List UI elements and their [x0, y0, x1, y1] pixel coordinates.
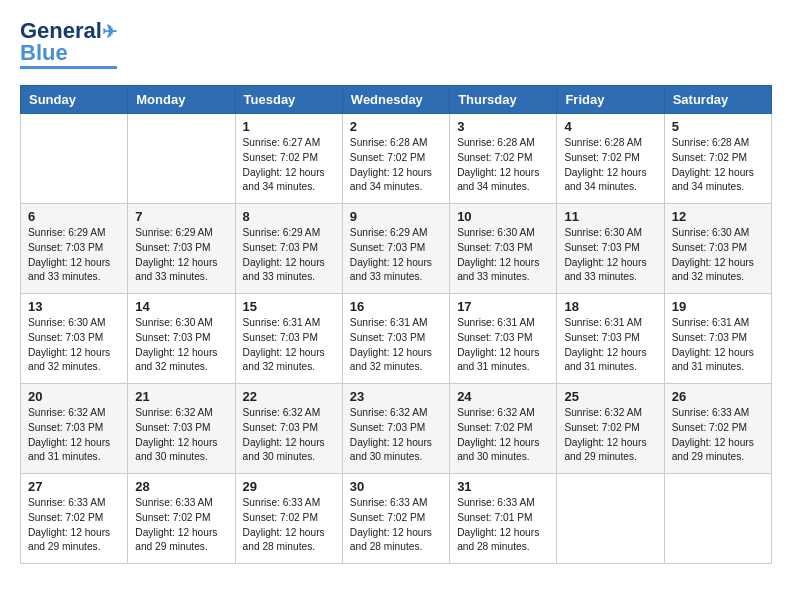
day-number: 25: [564, 389, 656, 404]
day-cell: 14Sunrise: 6:30 AM Sunset: 7:03 PM Dayli…: [128, 294, 235, 384]
day-number: 17: [457, 299, 549, 314]
day-info: Sunrise: 6:33 AM Sunset: 7:02 PM Dayligh…: [28, 496, 120, 555]
day-number: 13: [28, 299, 120, 314]
day-cell: 4Sunrise: 6:28 AM Sunset: 7:02 PM Daylig…: [557, 114, 664, 204]
day-info: Sunrise: 6:30 AM Sunset: 7:03 PM Dayligh…: [564, 226, 656, 285]
day-info: Sunrise: 6:29 AM Sunset: 7:03 PM Dayligh…: [28, 226, 120, 285]
day-cell: 8Sunrise: 6:29 AM Sunset: 7:03 PM Daylig…: [235, 204, 342, 294]
day-info: Sunrise: 6:32 AM Sunset: 7:03 PM Dayligh…: [350, 406, 442, 465]
weekday-thursday: Thursday: [450, 86, 557, 114]
week-row-4: 20Sunrise: 6:32 AM Sunset: 7:03 PM Dayli…: [21, 384, 772, 474]
day-number: 19: [672, 299, 764, 314]
day-info: Sunrise: 6:32 AM Sunset: 7:03 PM Dayligh…: [243, 406, 335, 465]
logo-underline: [20, 66, 117, 69]
day-number: 12: [672, 209, 764, 224]
day-info: Sunrise: 6:29 AM Sunset: 7:03 PM Dayligh…: [135, 226, 227, 285]
day-cell: 12Sunrise: 6:30 AM Sunset: 7:03 PM Dayli…: [664, 204, 771, 294]
day-info: Sunrise: 6:31 AM Sunset: 7:03 PM Dayligh…: [243, 316, 335, 375]
day-info: Sunrise: 6:31 AM Sunset: 7:03 PM Dayligh…: [350, 316, 442, 375]
day-info: Sunrise: 6:31 AM Sunset: 7:03 PM Dayligh…: [564, 316, 656, 375]
day-cell: 18Sunrise: 6:31 AM Sunset: 7:03 PM Dayli…: [557, 294, 664, 384]
day-number: 29: [243, 479, 335, 494]
page-header: General✈Blue: [20, 20, 772, 69]
day-info: Sunrise: 6:28 AM Sunset: 7:02 PM Dayligh…: [457, 136, 549, 195]
day-cell: 3Sunrise: 6:28 AM Sunset: 7:02 PM Daylig…: [450, 114, 557, 204]
weekday-header-row: SundayMondayTuesdayWednesdayThursdayFrid…: [21, 86, 772, 114]
day-info: Sunrise: 6:33 AM Sunset: 7:02 PM Dayligh…: [672, 406, 764, 465]
logo-text: General✈Blue: [20, 20, 117, 64]
day-info: Sunrise: 6:31 AM Sunset: 7:03 PM Dayligh…: [672, 316, 764, 375]
day-cell: [557, 474, 664, 564]
day-cell: 9Sunrise: 6:29 AM Sunset: 7:03 PM Daylig…: [342, 204, 449, 294]
day-cell: 22Sunrise: 6:32 AM Sunset: 7:03 PM Dayli…: [235, 384, 342, 474]
weekday-sunday: Sunday: [21, 86, 128, 114]
day-number: 21: [135, 389, 227, 404]
day-info: Sunrise: 6:32 AM Sunset: 7:03 PM Dayligh…: [28, 406, 120, 465]
day-cell: 28Sunrise: 6:33 AM Sunset: 7:02 PM Dayli…: [128, 474, 235, 564]
day-number: 11: [564, 209, 656, 224]
day-number: 31: [457, 479, 549, 494]
calendar-body: 1Sunrise: 6:27 AM Sunset: 7:02 PM Daylig…: [21, 114, 772, 564]
logo-blue: Blue: [20, 40, 68, 65]
day-cell: 23Sunrise: 6:32 AM Sunset: 7:03 PM Dayli…: [342, 384, 449, 474]
week-row-2: 6Sunrise: 6:29 AM Sunset: 7:03 PM Daylig…: [21, 204, 772, 294]
day-number: 2: [350, 119, 442, 134]
day-info: Sunrise: 6:27 AM Sunset: 7:02 PM Dayligh…: [243, 136, 335, 195]
day-cell: 13Sunrise: 6:30 AM Sunset: 7:03 PM Dayli…: [21, 294, 128, 384]
day-number: 24: [457, 389, 549, 404]
day-number: 30: [350, 479, 442, 494]
day-info: Sunrise: 6:29 AM Sunset: 7:03 PM Dayligh…: [350, 226, 442, 285]
day-number: 1: [243, 119, 335, 134]
day-cell: 20Sunrise: 6:32 AM Sunset: 7:03 PM Dayli…: [21, 384, 128, 474]
day-info: Sunrise: 6:32 AM Sunset: 7:02 PM Dayligh…: [457, 406, 549, 465]
day-number: 26: [672, 389, 764, 404]
calendar-header: SundayMondayTuesdayWednesdayThursdayFrid…: [21, 86, 772, 114]
day-info: Sunrise: 6:28 AM Sunset: 7:02 PM Dayligh…: [672, 136, 764, 195]
day-info: Sunrise: 6:28 AM Sunset: 7:02 PM Dayligh…: [350, 136, 442, 195]
day-cell: 26Sunrise: 6:33 AM Sunset: 7:02 PM Dayli…: [664, 384, 771, 474]
day-info: Sunrise: 6:33 AM Sunset: 7:02 PM Dayligh…: [350, 496, 442, 555]
weekday-friday: Friday: [557, 86, 664, 114]
day-cell: 21Sunrise: 6:32 AM Sunset: 7:03 PM Dayli…: [128, 384, 235, 474]
weekday-tuesday: Tuesday: [235, 86, 342, 114]
weekday-monday: Monday: [128, 86, 235, 114]
day-cell: 24Sunrise: 6:32 AM Sunset: 7:02 PM Dayli…: [450, 384, 557, 474]
day-number: 10: [457, 209, 549, 224]
day-cell: 31Sunrise: 6:33 AM Sunset: 7:01 PM Dayli…: [450, 474, 557, 564]
day-info: Sunrise: 6:33 AM Sunset: 7:02 PM Dayligh…: [135, 496, 227, 555]
day-cell: 19Sunrise: 6:31 AM Sunset: 7:03 PM Dayli…: [664, 294, 771, 384]
day-info: Sunrise: 6:31 AM Sunset: 7:03 PM Dayligh…: [457, 316, 549, 375]
day-cell: 11Sunrise: 6:30 AM Sunset: 7:03 PM Dayli…: [557, 204, 664, 294]
day-number: 6: [28, 209, 120, 224]
day-info: Sunrise: 6:29 AM Sunset: 7:03 PM Dayligh…: [243, 226, 335, 285]
day-number: 20: [28, 389, 120, 404]
day-cell: 27Sunrise: 6:33 AM Sunset: 7:02 PM Dayli…: [21, 474, 128, 564]
day-info: Sunrise: 6:28 AM Sunset: 7:02 PM Dayligh…: [564, 136, 656, 195]
day-cell: 16Sunrise: 6:31 AM Sunset: 7:03 PM Dayli…: [342, 294, 449, 384]
day-number: 4: [564, 119, 656, 134]
day-number: 7: [135, 209, 227, 224]
day-cell: [21, 114, 128, 204]
day-number: 3: [457, 119, 549, 134]
calendar-table: SundayMondayTuesdayWednesdayThursdayFrid…: [20, 85, 772, 564]
day-cell: 29Sunrise: 6:33 AM Sunset: 7:02 PM Dayli…: [235, 474, 342, 564]
weekday-saturday: Saturday: [664, 86, 771, 114]
week-row-1: 1Sunrise: 6:27 AM Sunset: 7:02 PM Daylig…: [21, 114, 772, 204]
day-info: Sunrise: 6:32 AM Sunset: 7:02 PM Dayligh…: [564, 406, 656, 465]
week-row-5: 27Sunrise: 6:33 AM Sunset: 7:02 PM Dayli…: [21, 474, 772, 564]
day-info: Sunrise: 6:33 AM Sunset: 7:01 PM Dayligh…: [457, 496, 549, 555]
day-cell: [128, 114, 235, 204]
day-cell: 15Sunrise: 6:31 AM Sunset: 7:03 PM Dayli…: [235, 294, 342, 384]
day-cell: 10Sunrise: 6:30 AM Sunset: 7:03 PM Dayli…: [450, 204, 557, 294]
day-number: 14: [135, 299, 227, 314]
day-number: 16: [350, 299, 442, 314]
day-number: 9: [350, 209, 442, 224]
day-cell: 25Sunrise: 6:32 AM Sunset: 7:02 PM Dayli…: [557, 384, 664, 474]
day-cell: 6Sunrise: 6:29 AM Sunset: 7:03 PM Daylig…: [21, 204, 128, 294]
day-cell: 5Sunrise: 6:28 AM Sunset: 7:02 PM Daylig…: [664, 114, 771, 204]
day-number: 8: [243, 209, 335, 224]
day-info: Sunrise: 6:33 AM Sunset: 7:02 PM Dayligh…: [243, 496, 335, 555]
day-info: Sunrise: 6:32 AM Sunset: 7:03 PM Dayligh…: [135, 406, 227, 465]
day-cell: [664, 474, 771, 564]
day-number: 22: [243, 389, 335, 404]
